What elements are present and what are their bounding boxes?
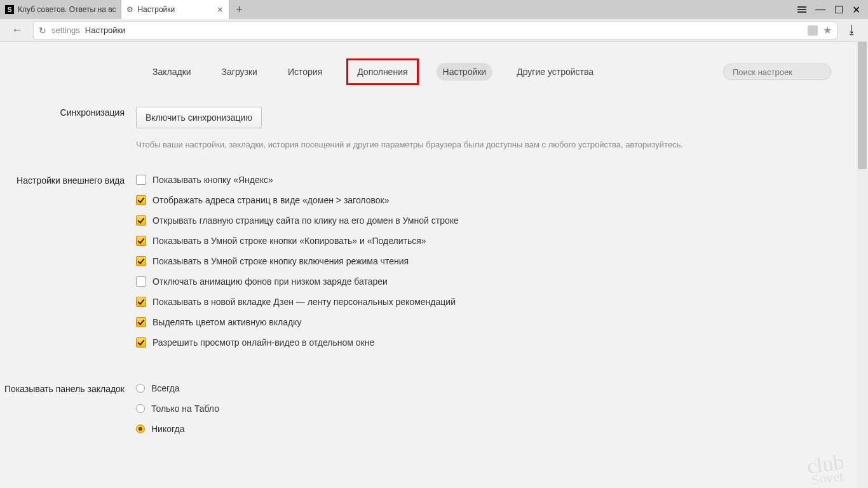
checkbox[interactable] [136,337,146,348]
scrollbar[interactable] [857,42,868,488]
nav-addons[interactable]: Дополнения [346,58,418,85]
checkbox[interactable] [136,175,146,185]
appearance-option[interactable]: Отключать анимацию фонов при низком заря… [136,276,831,287]
address-bar-row: ← ↻ settings Настройки ★ ⭳ [0,19,868,42]
menu-icon[interactable] [797,6,806,13]
bookmarks-bar-option[interactable]: Всегда [136,383,831,393]
favicon-s: S [5,5,14,14]
gear-icon: ⚙ [126,5,133,14]
nav-downloads[interactable]: Загрузки [215,63,264,81]
settings-page: Закладки Загрузки История Дополнения Нас… [0,42,857,488]
nav-history[interactable]: История [281,63,329,81]
appearance-option[interactable]: Отображать адреса страниц в виде «домен … [136,195,831,205]
scrollbar-thumb[interactable] [858,42,867,169]
appearance-option[interactable]: Выделять цветом активную вкладку [136,317,831,327]
bookmarks-bar-heading: Показывать панель закладок [0,383,136,444]
checkbox[interactable] [136,195,146,205]
option-label: Выделять цветом активную вкладку [153,317,301,327]
tab-title: Клуб советов. Ответы на вс [18,5,116,14]
star-icon[interactable]: ★ [823,24,832,36]
appearance-option[interactable]: Показывать в новой вкладке Дзен — ленту … [136,297,831,307]
new-tab-button[interactable]: + [229,0,248,19]
reload-icon[interactable]: ↻ [39,25,46,36]
section-appearance: Настройки внешнего вида Показывать кнопк… [0,149,857,358]
appearance-heading: Настройки внешнего вида [0,175,136,358]
appearance-option[interactable]: Разрешить просмотр онлайн-видео в отдель… [136,337,831,348]
sync-heading: Синхронизация [0,107,136,149]
nav-devices[interactable]: Другие устройства [510,63,600,81]
maximize-icon[interactable]: ☐ [834,4,843,16]
settings-nav: Закладки Загрузки История Дополнения Нас… [0,42,857,81]
close-icon[interactable]: × [216,4,224,15]
option-label: Показывать в Умной строке кнопку включен… [153,256,409,266]
checkbox[interactable] [136,215,146,226]
omnibox[interactable]: ↻ settings Настройки ★ [33,22,837,39]
radio[interactable] [136,404,145,413]
url-prefix: settings [51,25,80,35]
option-label: Разрешить просмотр онлайн-видео в отдель… [153,337,374,348]
url-title: Настройки [85,25,126,35]
downloads-icon[interactable]: ⭳ [843,24,862,37]
option-label: Только на Табло [151,403,219,414]
watermark: clubSovet [806,453,847,486]
back-icon[interactable]: ← [6,24,28,37]
appearance-option[interactable]: Показывать в Умной строке кнопку включен… [136,256,831,266]
checkbox[interactable] [136,276,146,287]
sync-hint: Чтобы ваши настройки, закладки, история … [136,140,831,149]
enable-sync-button[interactable]: Включить синхронизацию [136,107,262,128]
appearance-option[interactable]: Показывать кнопку «Яндекс» [136,175,831,185]
option-label: Отображать адреса страниц в виде «домен … [153,195,389,205]
radio[interactable] [136,424,145,433]
checkbox[interactable] [136,236,146,246]
checkbox[interactable] [136,256,146,266]
window-controls: — ☐ ✕ [797,0,868,19]
option-label: Показывать кнопку «Яндекс» [153,175,273,185]
appearance-option[interactable]: Открывать главную страницу сайта по клик… [136,215,831,226]
section-bookmarks-bar: Показывать панель закладок ВсегдаТолько … [0,358,857,444]
tab-sovet[interactable]: S Клуб советов. Ответы на вс [0,0,121,19]
search-input[interactable] [723,64,831,80]
shield-icon[interactable] [808,25,818,36]
option-label: Открывать главную страницу сайта по клик… [153,215,459,226]
appearance-option[interactable]: Показывать в Умной строке кнопки «Копиро… [136,236,831,246]
search-settings-wrap [723,64,831,80]
nav-bookmarks[interactable]: Закладки [146,63,198,81]
checkbox[interactable] [136,317,146,327]
radio[interactable] [136,384,145,393]
tab-title: Настройки [137,5,212,14]
section-sync: Синхронизация Включить синхронизацию Что… [0,81,857,149]
tab-settings[interactable]: ⚙ Настройки × [121,0,229,19]
option-label: Всегда [151,383,180,393]
nav-settings[interactable]: Настройки [437,63,493,81]
option-label: Показывать в Умной строке кнопки «Копиро… [153,236,426,246]
checkbox[interactable] [136,297,146,307]
titlebar: S Клуб советов. Ответы на вс ⚙ Настройки… [0,0,868,19]
option-label: Отключать анимацию фонов при низком заря… [153,276,388,287]
bookmarks-bar-option[interactable]: Никогда [136,424,831,434]
option-label: Никогда [151,424,184,434]
minimize-icon[interactable]: — [815,4,825,15]
option-label: Показывать в новой вкладке Дзен — ленту … [153,297,456,307]
close-window-icon[interactable]: ✕ [852,4,860,16]
bookmarks-bar-option[interactable]: Только на Табло [136,403,831,414]
